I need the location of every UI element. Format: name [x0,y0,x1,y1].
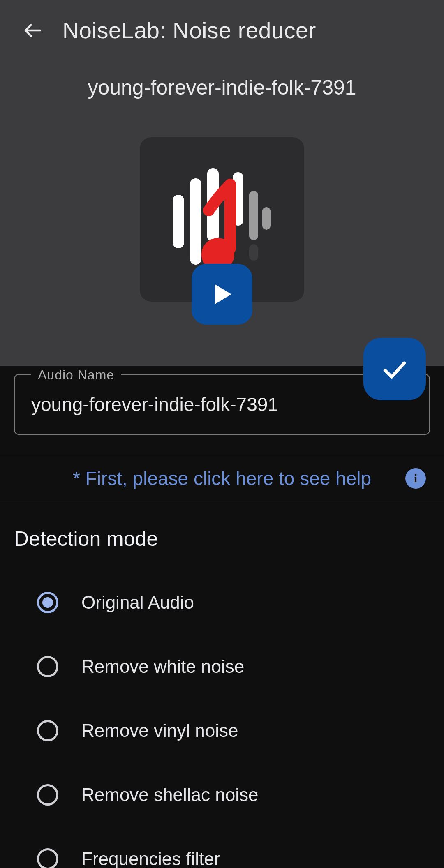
check-icon [380,355,409,383]
svg-rect-6 [262,207,271,230]
app-bar: NoiseLab: Noise reducer [0,0,444,44]
radio-indicator [37,848,58,868]
radio-label: Remove shellac noise [81,785,258,805]
play-icon [214,284,232,305]
radio-option-original-audio[interactable]: Original Audio [14,570,430,635]
svg-rect-2 [190,178,201,265]
radio-label: Remove vinyl noise [81,720,238,741]
svg-rect-7 [249,244,258,261]
radio-option-frequencies-filter[interactable]: Frequencies filter [14,827,430,868]
radio-indicator [37,592,58,613]
svg-marker-9 [215,284,231,304]
radio-option-remove-white-noise[interactable]: Remove white noise [14,635,430,699]
radio-label: Frequencies filter [81,849,220,868]
radio-label: Original Audio [81,592,194,613]
radio-option-remove-vinyl-noise[interactable]: Remove vinyl noise [14,699,430,763]
confirm-button[interactable] [363,338,426,400]
current-filename: young-forever-indie-folk-7391 [0,76,444,99]
radio-option-remove-shellac-noise[interactable]: Remove shellac noise [14,763,430,827]
help-link-text: * First, please click here to see help [73,467,371,489]
music-waveform-icon [160,162,284,277]
detection-title: Detection mode [14,527,430,551]
detection-section: Detection mode Original Audio Remove whi… [0,527,444,868]
radio-label: Remove white noise [81,656,244,677]
radio-indicator [37,784,58,806]
detection-options: Original Audio Remove white noise Remove… [14,570,430,868]
help-link-row[interactable]: * First, please click here to see help i [0,454,444,503]
album-art [140,137,304,302]
back-button[interactable] [20,17,46,44]
play-button[interactable] [192,264,252,325]
audio-name-label: Audio Name [31,367,121,383]
radio-indicator [37,720,58,741]
info-icon: i [405,468,426,489]
app-title: NoiseLab: Noise reducer [62,17,316,44]
svg-rect-5 [249,191,258,240]
audio-name-input[interactable] [31,393,413,416]
radio-indicator [37,656,58,677]
arrow-left-icon [23,21,43,40]
hero-area: NoiseLab: Noise reducer young-forever-in… [0,0,444,366]
svg-rect-1 [173,195,184,248]
